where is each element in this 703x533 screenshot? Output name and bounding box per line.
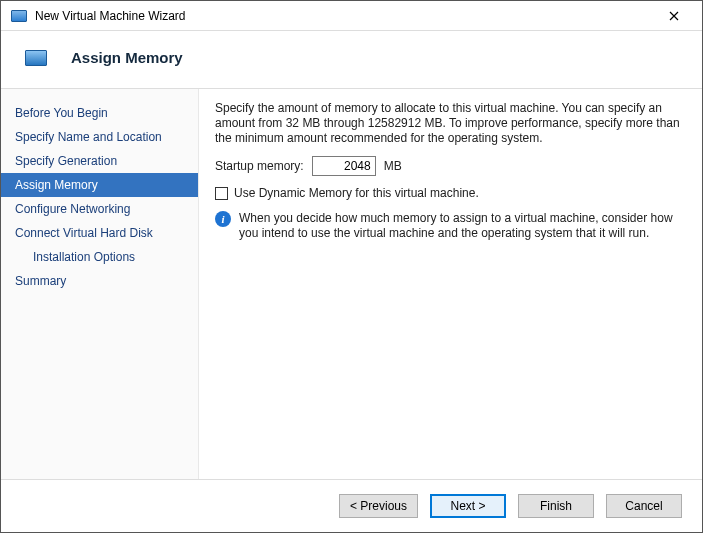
dynamic-memory-row[interactable]: Use Dynamic Memory for this virtual mach… <box>215 186 682 201</box>
finish-button[interactable]: Finish <box>518 494 594 518</box>
info-row: i When you decide how much memory to ass… <box>215 211 682 241</box>
step-summary[interactable]: Summary <box>1 269 198 293</box>
page-title: Assign Memory <box>71 49 183 66</box>
close-icon <box>669 11 679 21</box>
intro-text: Specify the amount of memory to allocate… <box>215 101 682 146</box>
step-configure-networking[interactable]: Configure Networking <box>1 197 198 221</box>
step-connect-vhd[interactable]: Connect Virtual Hard Disk <box>1 221 198 245</box>
startup-memory-input[interactable] <box>312 156 376 176</box>
info-text: When you decide how much memory to assig… <box>239 211 682 241</box>
dynamic-memory-checkbox[interactable] <box>215 187 228 200</box>
cancel-button[interactable]: Cancel <box>606 494 682 518</box>
content-pane: Specify the amount of memory to allocate… <box>199 89 702 479</box>
titlebar: New Virtual Machine Wizard <box>1 1 702 31</box>
app-icon <box>11 10 27 22</box>
previous-button[interactable]: < Previous <box>339 494 418 518</box>
wizard-body: Before You Begin Specify Name and Locati… <box>1 88 702 479</box>
window-title: New Virtual Machine Wizard <box>35 9 654 23</box>
wizard-window: New Virtual Machine Wizard Assign Memory… <box>0 0 703 533</box>
page-header: Assign Memory <box>1 31 702 88</box>
monitor-icon <box>25 50 47 66</box>
next-button[interactable]: Next > <box>430 494 506 518</box>
step-assign-memory[interactable]: Assign Memory <box>1 173 198 197</box>
info-icon: i <box>215 211 231 227</box>
step-specify-name[interactable]: Specify Name and Location <box>1 125 198 149</box>
step-before-you-begin[interactable]: Before You Begin <box>1 101 198 125</box>
steps-sidebar: Before You Begin Specify Name and Locati… <box>1 89 199 479</box>
close-button[interactable] <box>654 2 694 30</box>
startup-memory-unit: MB <box>384 159 402 174</box>
dynamic-memory-label: Use Dynamic Memory for this virtual mach… <box>234 186 479 201</box>
wizard-footer: < Previous Next > Finish Cancel <box>1 479 702 532</box>
step-specify-generation[interactable]: Specify Generation <box>1 149 198 173</box>
step-installation-options[interactable]: Installation Options <box>1 245 198 269</box>
startup-memory-label: Startup memory: <box>215 159 304 174</box>
startup-memory-row: Startup memory: MB <box>215 156 682 176</box>
